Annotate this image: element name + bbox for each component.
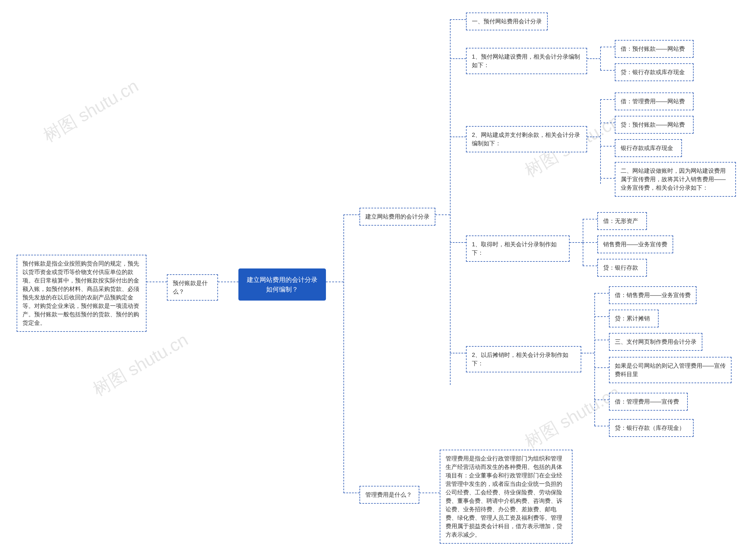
right-b1-2-b: 贷：银行存款或库存现金: [615, 63, 694, 81]
right-b1-3-c: 银行存款或库存现金: [615, 139, 682, 157]
root-title-line1: 建立网站费用的会计分录: [247, 275, 318, 284]
right-b1-4-c: 贷：银行存款: [597, 259, 647, 277]
right-b1-3-d: 二、网站建设做账时，因为网站建设费用属于宣传费用，故将其计入销售费用——业务宣传…: [615, 162, 736, 197]
right-b1-5-b: 贷：累计摊销: [609, 310, 659, 327]
watermark: 树图 shutu.cn: [520, 381, 624, 454]
right-b1-4-b: 销售费用——业务宣传费: [597, 235, 673, 253]
right-b1-5-c: 三、支付网页制作费用会计分录: [609, 333, 702, 351]
right-b2-detail: 管理费用是指企业行政管理部门为组织和管理生产经营活动而发生的各种费用。包括的具体…: [440, 450, 572, 544]
left-q1: 预付账款是什么？: [167, 274, 218, 301]
left-q1-detail: 预付账款是指企业按照购货合同的规定，预先以货币资金或货币等价物支付供应单位的款项…: [17, 255, 147, 332]
right-b1-3-a: 借：管理费用——网站费: [615, 93, 694, 110]
right-b2: 管理费用是什么？: [360, 486, 419, 504]
root-title-line2: 如何编制？: [247, 284, 318, 294]
right-b1-5-e: 借：管理费用——宣传费: [609, 393, 688, 411]
right-b1: 建立网站费用的会计分录: [360, 208, 435, 226]
right-b1-5-a: 借：销售费用——业务宣传费: [609, 286, 697, 304]
right-b1-5: 2、以后摊销时，相关会计分录制作如下：: [466, 346, 581, 372]
right-b1-5-f: 贷：银行存款（库存现金）: [609, 419, 694, 437]
root-node: 建立网站费用的会计分录 如何编制？: [238, 269, 326, 301]
right-b1-1: 一、预付网站费用会计分录: [466, 12, 548, 30]
right-b1-4: 1、取得时，相关会计分录制作如下：: [466, 235, 570, 262]
watermark: 树图 shutu.cn: [89, 328, 192, 402]
right-b1-4-a: 借：无形资产: [597, 212, 647, 230]
right-b1-2: 1、预付网站建设费用，相关会计分录编制如下：: [466, 48, 587, 74]
right-b1-5-d: 如果是公司网站的则记入管理费用——宣传费科目里: [609, 357, 731, 383]
right-b1-2-a: 借：预付账款——网站费: [615, 40, 694, 58]
watermark: 树图 shutu.cn: [39, 74, 143, 148]
right-b1-3-b: 贷：预付账款——网站费: [615, 116, 694, 134]
right-b1-3: 2、网站建成并支付剩余款，相关会计分录编制如下：: [466, 126, 587, 152]
